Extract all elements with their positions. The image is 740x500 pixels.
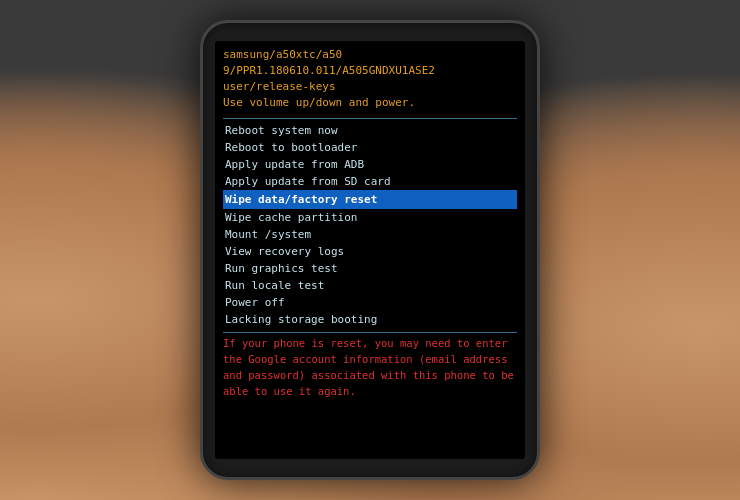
phone-screen: samsung/a50xtc/a50 9/PPR1.180610.011/A50… <box>215 41 525 459</box>
device-info-line2: 9/PPR1.180610.011/A505GNDXU1ASE2 <box>223 63 517 79</box>
recovery-menu: Reboot system now Reboot to bootloader A… <box>223 122 517 329</box>
menu-item-view-logs[interactable]: View recovery logs <box>223 243 517 260</box>
menu-item-apply-adb[interactable]: Apply update from ADB <box>223 156 517 173</box>
menu-item-mount-system[interactable]: Mount /system <box>223 226 517 243</box>
volume-down-button <box>200 153 203 178</box>
volume-up-button <box>200 113 203 138</box>
menu-item-wipe-cache[interactable]: Wipe cache partition <box>223 209 517 226</box>
menu-item-reboot-system[interactable]: Reboot system now <box>223 122 517 139</box>
recovery-screen: samsung/a50xtc/a50 9/PPR1.180610.011/A50… <box>215 41 525 459</box>
phone: samsung/a50xtc/a50 9/PPR1.180610.011/A50… <box>200 20 540 480</box>
menu-item-locale-test[interactable]: Run locale test <box>223 277 517 294</box>
device-info-line4: Use volume up/down and power. <box>223 95 517 111</box>
warning-section: If your phone is reset, you may need to … <box>223 332 517 399</box>
menu-item-power-off[interactable]: Power off <box>223 294 517 311</box>
menu-item-wipe-factory[interactable]: Wipe data/factory reset <box>223 190 517 209</box>
power-button <box>537 123 540 163</box>
bixby-button <box>200 188 203 213</box>
device-info: samsung/a50xtc/a50 9/PPR1.180610.011/A50… <box>223 47 517 111</box>
menu-item-apply-sd[interactable]: Apply update from SD card <box>223 173 517 190</box>
menu-item-lacking-storage[interactable]: Lacking storage booting <box>223 311 517 328</box>
device-info-line3: user/release-keys <box>223 79 517 95</box>
warning-text: If your phone is reset, you may need to … <box>223 336 517 399</box>
scene: samsung/a50xtc/a50 9/PPR1.180610.011/A50… <box>0 0 740 500</box>
divider-top <box>223 118 517 119</box>
menu-item-reboot-bootloader[interactable]: Reboot to bootloader <box>223 139 517 156</box>
device-info-line1: samsung/a50xtc/a50 <box>223 47 517 63</box>
menu-item-graphics-test[interactable]: Run graphics test <box>223 260 517 277</box>
